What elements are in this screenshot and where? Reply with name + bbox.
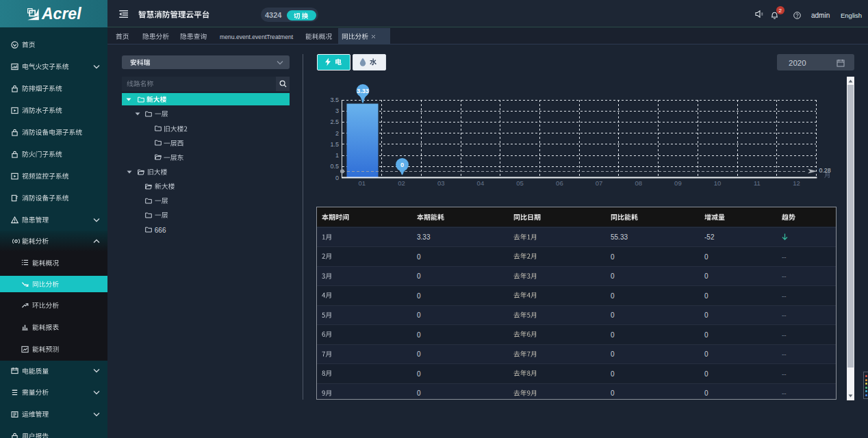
svg-text:2.5: 2.5 (330, 118, 339, 125)
svg-text:1.5: 1.5 (330, 141, 339, 148)
svg-text:2: 2 (335, 130, 339, 137)
svg-text:09: 09 (674, 179, 682, 187)
svg-text:07: 07 (596, 179, 603, 187)
svg-text:3: 3 (335, 107, 339, 114)
svg-text:0: 0 (400, 162, 404, 168)
svg-text:0: 0 (335, 175, 339, 181)
svg-text:0.5: 0.5 (330, 163, 339, 170)
svg-text:3.5: 3.5 (330, 96, 339, 103)
svg-text:06: 06 (556, 179, 563, 187)
svg-text:12: 12 (793, 179, 800, 187)
svg-text:05: 05 (516, 179, 524, 187)
svg-text:11: 11 (754, 179, 761, 187)
svg-text:3.33: 3.33 (357, 88, 369, 94)
svg-text:10: 10 (714, 179, 722, 187)
svg-text:02: 02 (398, 179, 405, 187)
svg-text:03: 03 (437, 179, 445, 187)
svg-text:04: 04 (477, 179, 485, 187)
svg-text:01: 01 (359, 179, 366, 187)
svg-text:1: 1 (335, 152, 339, 159)
svg-text:08: 08 (635, 179, 643, 187)
